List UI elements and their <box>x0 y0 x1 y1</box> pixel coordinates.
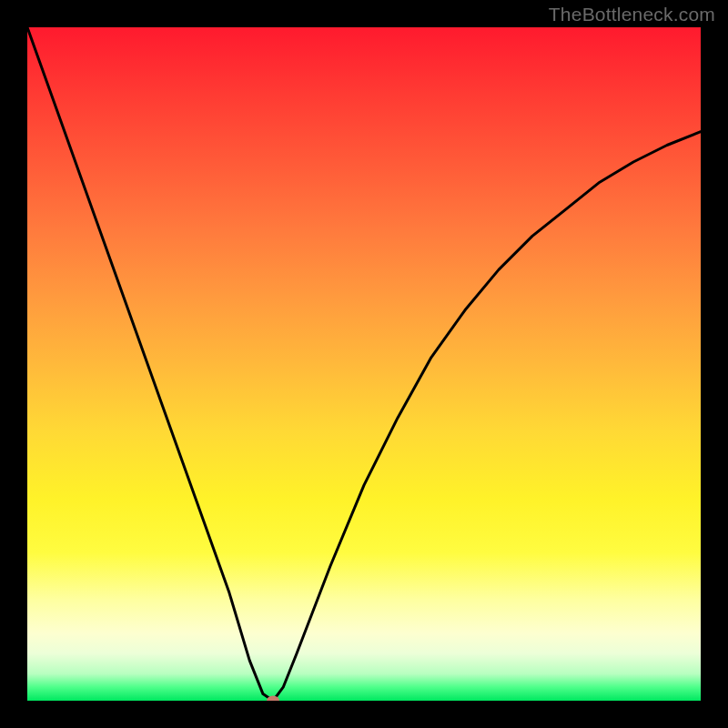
watermark-text: TheBottleneck.com <box>549 4 715 25</box>
plot-area <box>27 27 701 701</box>
bottleneck-curve <box>27 27 701 701</box>
chart-container: TheBottleneck.com <box>0 0 728 728</box>
optimum-marker <box>267 696 279 702</box>
